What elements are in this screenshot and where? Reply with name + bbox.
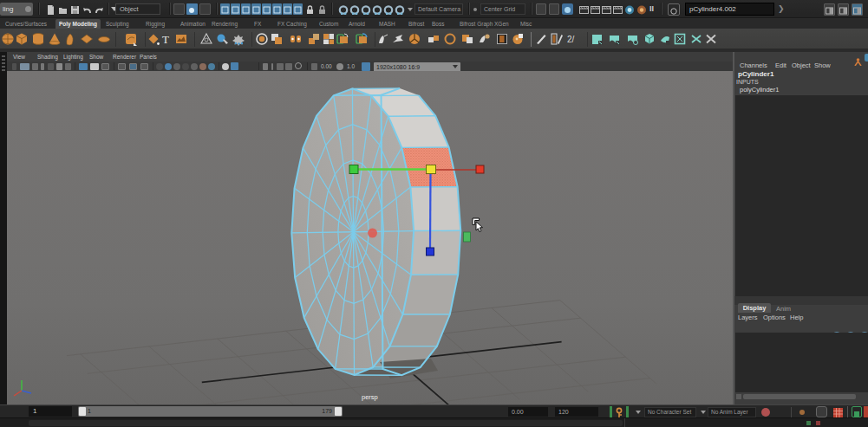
svg-text:persp: persp <box>362 393 378 401</box>
svg-text:T: T <box>162 33 169 46</box>
svg-text:2/: 2/ <box>567 35 575 44</box>
